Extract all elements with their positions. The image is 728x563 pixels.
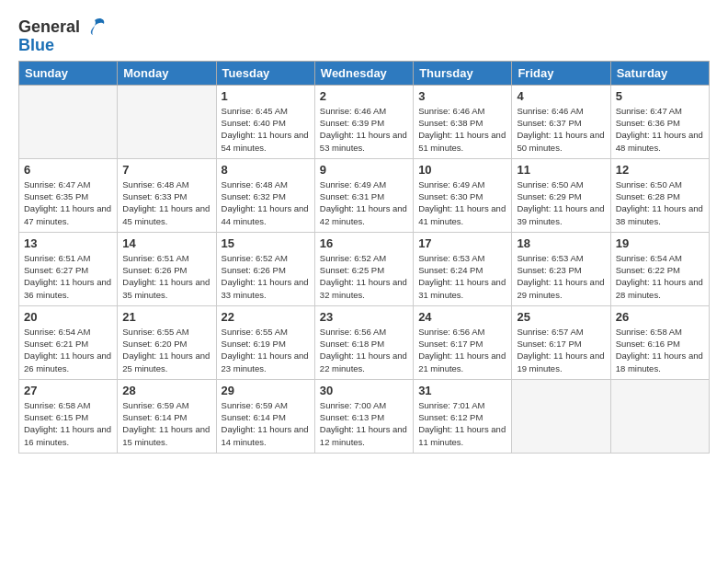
calendar-cell: 8Sunrise: 6:48 AM Sunset: 6:32 PM Daylig… — [216, 158, 314, 232]
calendar-cell: 31Sunrise: 7:01 AM Sunset: 6:12 PM Dayli… — [414, 379, 512, 453]
calendar-cell: 21Sunrise: 6:55 AM Sunset: 6:20 PM Dayli… — [118, 305, 216, 379]
day-number: 14 — [122, 236, 210, 250]
page: General Blue SundayMondayTuesdayWednesda… — [0, 0, 728, 468]
calendar-cell: 29Sunrise: 6:59 AM Sunset: 6:14 PM Dayli… — [216, 379, 314, 453]
day-info: Sunrise: 6:58 AM Sunset: 6:16 PM Dayligh… — [616, 326, 704, 374]
week-row-4: 20Sunrise: 6:54 AM Sunset: 6:21 PM Dayli… — [19, 305, 710, 379]
day-info: Sunrise: 6:55 AM Sunset: 6:20 PM Dayligh… — [122, 326, 210, 374]
calendar-cell: 30Sunrise: 7:00 AM Sunset: 6:13 PM Dayli… — [314, 379, 413, 453]
day-info: Sunrise: 6:51 AM Sunset: 6:26 PM Dayligh… — [122, 252, 210, 301]
day-number: 31 — [418, 384, 506, 397]
week-row-5: 27Sunrise: 6:58 AM Sunset: 6:15 PM Dayli… — [19, 379, 710, 453]
day-number: 17 — [418, 236, 506, 250]
calendar-cell: 25Sunrise: 6:57 AM Sunset: 6:17 PM Dayli… — [512, 305, 610, 379]
day-number: 22 — [222, 310, 310, 324]
calendar-cell: 16Sunrise: 6:52 AM Sunset: 6:25 PM Dayli… — [314, 232, 413, 305]
day-info: Sunrise: 7:00 AM Sunset: 6:13 PM Dayligh… — [320, 399, 408, 448]
day-number: 1 — [222, 89, 310, 103]
weekday-wednesday: Wednesday — [314, 61, 413, 85]
day-info: Sunrise: 6:53 AM Sunset: 6:23 PM Dayligh… — [517, 252, 605, 301]
day-number: 20 — [24, 310, 112, 324]
logo: General Blue — [18, 15, 108, 55]
calendar-cell: 9Sunrise: 6:49 AM Sunset: 6:31 PM Daylig… — [314, 158, 413, 232]
calendar-cell: 3Sunrise: 6:46 AM Sunset: 6:38 PM Daylig… — [414, 85, 512, 158]
day-info: Sunrise: 6:46 AM Sunset: 6:38 PM Dayligh… — [418, 105, 506, 154]
day-info: Sunrise: 6:54 AM Sunset: 6:22 PM Dayligh… — [616, 252, 704, 301]
calendar-cell: 1Sunrise: 6:45 AM Sunset: 6:40 PM Daylig… — [216, 85, 314, 158]
calendar-cell: 5Sunrise: 6:47 AM Sunset: 6:36 PM Daylig… — [610, 85, 709, 158]
calendar-table: SundayMondayTuesdayWednesdayThursdayFrid… — [18, 61, 710, 454]
day-number: 28 — [122, 384, 210, 397]
calendar-cell: 23Sunrise: 6:56 AM Sunset: 6:18 PM Dayli… — [314, 305, 413, 379]
day-info: Sunrise: 6:45 AM Sunset: 6:40 PM Dayligh… — [222, 105, 310, 154]
day-number: 5 — [616, 89, 704, 103]
day-info: Sunrise: 6:49 AM Sunset: 6:31 PM Dayligh… — [320, 178, 408, 227]
day-number: 6 — [24, 163, 112, 177]
weekday-monday: Monday — [118, 61, 216, 85]
calendar-cell: 24Sunrise: 6:56 AM Sunset: 6:17 PM Dayli… — [414, 305, 512, 379]
day-number: 19 — [616, 236, 704, 250]
day-number: 2 — [320, 89, 408, 103]
day-info: Sunrise: 6:53 AM Sunset: 6:24 PM Dayligh… — [418, 252, 506, 301]
day-number: 25 — [517, 310, 605, 324]
day-info: Sunrise: 7:01 AM Sunset: 6:12 PM Dayligh… — [418, 399, 506, 448]
day-number: 7 — [122, 163, 210, 177]
day-number: 30 — [320, 384, 408, 397]
calendar-cell: 4Sunrise: 6:46 AM Sunset: 6:37 PM Daylig… — [512, 85, 610, 158]
day-info: Sunrise: 6:52 AM Sunset: 6:25 PM Dayligh… — [320, 252, 408, 301]
day-number: 12 — [616, 163, 704, 177]
day-number: 4 — [517, 89, 605, 103]
logo-text-blue: Blue — [18, 37, 54, 55]
calendar-cell: 17Sunrise: 6:53 AM Sunset: 6:24 PM Dayli… — [414, 232, 512, 305]
calendar-cell: 11Sunrise: 6:50 AM Sunset: 6:29 PM Dayli… — [512, 158, 610, 232]
day-number: 3 — [418, 89, 506, 103]
logo-text-general: General — [18, 18, 80, 37]
calendar-cell: 27Sunrise: 6:58 AM Sunset: 6:15 PM Dayli… — [19, 379, 118, 453]
day-info: Sunrise: 6:46 AM Sunset: 6:39 PM Dayligh… — [320, 105, 408, 154]
day-info: Sunrise: 6:51 AM Sunset: 6:27 PM Dayligh… — [24, 252, 112, 301]
day-info: Sunrise: 6:50 AM Sunset: 6:29 PM Dayligh… — [517, 178, 605, 227]
day-info: Sunrise: 6:56 AM Sunset: 6:17 PM Dayligh… — [418, 326, 506, 374]
day-number: 21 — [122, 310, 210, 324]
calendar-cell: 6Sunrise: 6:47 AM Sunset: 6:35 PM Daylig… — [19, 158, 118, 232]
day-number: 24 — [418, 310, 506, 324]
day-info: Sunrise: 6:50 AM Sunset: 6:28 PM Dayligh… — [616, 178, 704, 227]
weekday-thursday: Thursday — [414, 61, 512, 85]
day-number: 8 — [222, 163, 310, 177]
calendar-cell: 19Sunrise: 6:54 AM Sunset: 6:22 PM Dayli… — [610, 232, 709, 305]
week-row-3: 13Sunrise: 6:51 AM Sunset: 6:27 PM Dayli… — [19, 232, 710, 305]
day-number: 16 — [320, 236, 408, 250]
day-info: Sunrise: 6:49 AM Sunset: 6:30 PM Dayligh… — [418, 178, 506, 227]
weekday-tuesday: Tuesday — [216, 61, 314, 85]
day-number: 10 — [418, 163, 506, 177]
day-number: 9 — [320, 163, 408, 177]
day-number: 26 — [616, 310, 704, 324]
calendar-cell: 26Sunrise: 6:58 AM Sunset: 6:16 PM Dayli… — [610, 305, 709, 379]
calendar-cell: 2Sunrise: 6:46 AM Sunset: 6:39 PM Daylig… — [314, 85, 413, 158]
day-info: Sunrise: 6:48 AM Sunset: 6:32 PM Dayligh… — [222, 178, 310, 227]
calendar-cell: 15Sunrise: 6:52 AM Sunset: 6:26 PM Dayli… — [216, 232, 314, 305]
calendar-cell: 22Sunrise: 6:55 AM Sunset: 6:19 PM Dayli… — [216, 305, 314, 379]
day-info: Sunrise: 6:59 AM Sunset: 6:14 PM Dayligh… — [122, 399, 210, 448]
logo-bird-icon — [82, 15, 108, 40]
calendar-cell: 20Sunrise: 6:54 AM Sunset: 6:21 PM Dayli… — [19, 305, 118, 379]
calendar-cell — [610, 379, 709, 453]
day-info: Sunrise: 6:47 AM Sunset: 6:35 PM Dayligh… — [24, 178, 112, 227]
day-number: 11 — [517, 163, 605, 177]
calendar-cell: 12Sunrise: 6:50 AM Sunset: 6:28 PM Dayli… — [610, 158, 709, 232]
calendar-cell — [19, 85, 118, 158]
calendar-cell — [118, 85, 216, 158]
day-info: Sunrise: 6:58 AM Sunset: 6:15 PM Dayligh… — [24, 399, 112, 448]
day-number: 29 — [222, 384, 310, 397]
calendar-cell: 13Sunrise: 6:51 AM Sunset: 6:27 PM Dayli… — [19, 232, 118, 305]
weekday-header-row: SundayMondayTuesdayWednesdayThursdayFrid… — [19, 61, 710, 85]
day-info: Sunrise: 6:55 AM Sunset: 6:19 PM Dayligh… — [222, 326, 310, 374]
calendar-cell: 28Sunrise: 6:59 AM Sunset: 6:14 PM Dayli… — [118, 379, 216, 453]
day-info: Sunrise: 6:59 AM Sunset: 6:14 PM Dayligh… — [222, 399, 310, 448]
calendar-cell — [512, 379, 610, 453]
day-number: 18 — [517, 236, 605, 250]
day-number: 23 — [320, 310, 408, 324]
weekday-friday: Friday — [512, 61, 610, 85]
calendar-cell: 7Sunrise: 6:48 AM Sunset: 6:33 PM Daylig… — [118, 158, 216, 232]
day-info: Sunrise: 6:57 AM Sunset: 6:17 PM Dayligh… — [517, 326, 605, 374]
